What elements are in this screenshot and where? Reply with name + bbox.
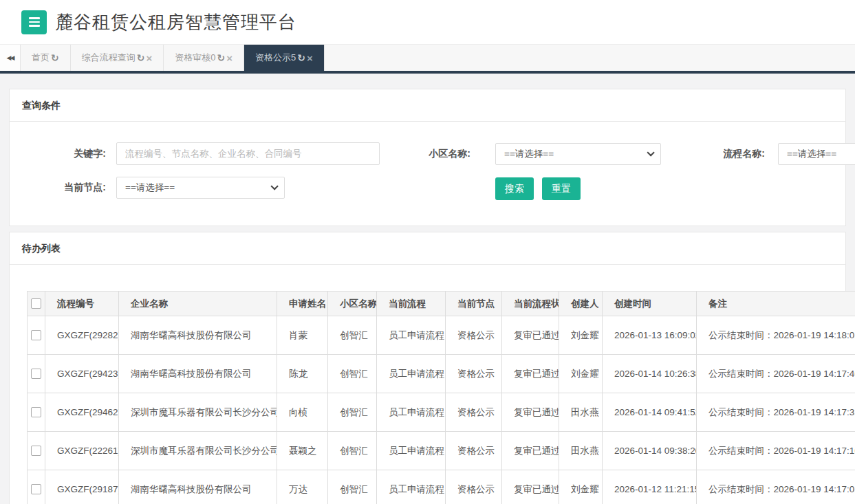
process-status-cell: 复审已通过 <box>502 316 559 355</box>
table-row: GXGZF(29462)深圳市魔耳乐器有限公司长沙分公司向桢创智汇员工申请流程资… <box>28 393 855 432</box>
refresh-icon[interactable]: ↻ <box>297 52 305 63</box>
row-checkbox[interactable] <box>31 330 41 340</box>
row-checkbox[interactable] <box>31 446 41 456</box>
table-row: GXGZF(29282)湖南华曙高科技股份有限公司肖蒙创智汇员工申请流程资格公示… <box>28 316 855 355</box>
refresh-icon[interactable]: ↻ <box>137 52 145 63</box>
column-header-applicant: 申请姓名 <box>277 292 328 316</box>
community-field-group: 小区名称: ==请选择== <box>402 143 661 165</box>
todo-table-wrapper: 流程编号企业名称申请姓名小区名称当前流程当前节点当前流程状态创建人创建时间备注 … <box>10 265 845 504</box>
tab-label: 资格公示5 <box>255 52 296 64</box>
node-field-group: 当前节点: ==请选择== <box>27 177 285 199</box>
current-process-cell: 员工申请流程 <box>377 393 446 432</box>
select-all-cell <box>28 292 45 316</box>
process-status-cell: 复审已通过 <box>502 470 559 504</box>
community-cell: 创智汇 <box>328 316 377 355</box>
tab-1[interactable]: 首页↻ <box>21 45 71 71</box>
column-header-current-process: 当前流程 <box>377 292 446 316</box>
row-checkbox-cell <box>28 355 45 393</box>
process-id-cell: GXGZF(29282) <box>45 316 119 355</box>
close-icon[interactable]: × <box>146 52 152 64</box>
collapse-tabs-button[interactable]: ◀◀ <box>0 45 21 71</box>
create-time-cell: 2026-01-12 11:21:15 <box>603 470 697 504</box>
chevron-down-icon <box>647 149 654 156</box>
select-all-checkbox[interactable] <box>31 298 41 309</box>
create-time-cell: 2026-01-14 10:26:38 <box>603 355 697 393</box>
process-id-cell: GXGZF(29187) <box>45 470 119 504</box>
current-process-cell: 员工申请流程 <box>377 470 446 504</box>
applicant-cell: 肖蒙 <box>277 316 328 355</box>
creator-cell: 刘金耀 <box>559 470 603 504</box>
tab-4[interactable]: 资格公示5↻× <box>244 45 325 71</box>
tab-bar: ◀◀ 首页↻综合流程查询↻×资格审核0↻×资格公示5↻× <box>0 45 855 74</box>
column-header-remark: 备注 <box>697 292 855 316</box>
row-checkbox-cell <box>28 432 45 470</box>
search-button[interactable]: 搜索 <box>495 177 534 200</box>
remark-cell: 公示结束时间：2026-01-19 14:17:01 <box>697 470 855 504</box>
creator-cell: 田水燕 <box>559 432 603 470</box>
row-checkbox-cell <box>28 393 45 432</box>
column-header-process-status: 当前流程状态 <box>502 292 559 316</box>
community-cell: 创智汇 <box>328 470 377 504</box>
tab-2[interactable]: 综合流程查询↻× <box>71 45 164 71</box>
creator-cell: 刘金耀 <box>559 355 603 393</box>
tab-3[interactable]: 资格审核0↻× <box>164 45 244 71</box>
applicant-cell: 陈龙 <box>277 355 328 393</box>
todo-table-body: GXGZF(29282)湖南华曙高科技股份有限公司肖蒙创智汇员工申请流程资格公示… <box>28 316 855 504</box>
create-time-cell: 2026-01-14 09:41:52 <box>603 393 697 432</box>
refresh-icon[interactable]: ↻ <box>51 52 59 63</box>
keyword-input[interactable] <box>116 142 380 165</box>
community-label: 小区名称: <box>402 148 470 160</box>
tab-label: 资格审核0 <box>175 52 215 64</box>
main-content: 查询条件 关键字: 小区名称: ==请选择== 流程名称: ==请选择== <box>0 74 855 504</box>
process-id-cell: GXGZF(22261) <box>45 432 119 470</box>
process-status-cell: 复审已通过 <box>502 432 559 470</box>
creator-cell: 田水燕 <box>559 393 603 432</box>
table-row: GXGZF(29423)湖南华曙高科技股份有限公司陈龙创智汇员工申请流程资格公示… <box>28 355 855 393</box>
current-process-cell: 员工申请流程 <box>377 432 446 470</box>
process-select[interactable]: ==请选择== <box>778 143 855 165</box>
table-row: GXGZF(29187)湖南华曙高科技股份有限公司万达创智汇员工申请流程资格公示… <box>28 470 855 504</box>
row-checkbox[interactable] <box>31 407 41 417</box>
company-cell: 湖南华曙高科技股份有限公司 <box>119 355 277 393</box>
refresh-icon[interactable]: ↻ <box>217 52 225 63</box>
column-header-creator: 创建人 <box>559 292 603 316</box>
company-cell: 深圳市魔耳乐器有限公司长沙分公司 <box>119 432 277 470</box>
community-select[interactable]: ==请选择== <box>495 143 661 165</box>
keyword-field-group: 关键字: <box>27 142 380 165</box>
tab-label: 综合流程查询 <box>82 52 136 64</box>
remark-cell: 公示结束时间：2026-01-19 14:17:31 <box>697 393 855 432</box>
create-time-cell: 2026-01-14 09:38:20 <box>603 432 697 470</box>
process-status-cell: 复审已通过 <box>502 355 559 393</box>
row-checkbox[interactable] <box>31 484 41 494</box>
community-cell: 创智汇 <box>328 355 377 393</box>
current-node-cell: 资格公示 <box>446 355 502 393</box>
column-header-process-id: 流程编号 <box>45 292 119 316</box>
remark-cell: 公示结束时间：2026-01-19 14:18:01 <box>697 316 855 355</box>
process-label: 流程名称: <box>697 148 765 160</box>
column-header-create-time: 创建时间 <box>603 292 697 316</box>
create-time-cell: 2026-01-13 16:09:02 <box>603 316 697 355</box>
close-icon[interactable]: × <box>226 52 232 64</box>
menu-toggle-button[interactable] <box>21 10 47 34</box>
reset-button[interactable]: 重置 <box>542 177 581 200</box>
app-header: 麓谷租赁公租房智慧管理平台 <box>0 0 855 45</box>
node-label: 当前节点: <box>27 182 106 194</box>
company-cell: 湖南华曙高科技股份有限公司 <box>119 470 277 504</box>
current-process-cell: 员工申请流程 <box>377 355 446 393</box>
community-cell: 创智汇 <box>328 432 377 470</box>
community-select-value: ==请选择== <box>504 148 554 160</box>
todo-panel: 待办列表 流程编号企业名称申请姓名小区名称当前流程当前节点当前流程状态创建人创建… <box>9 232 846 504</box>
page-title: 麓谷租赁公租房智慧管理平台 <box>55 10 296 34</box>
node-select[interactable]: ==请选择== <box>116 177 285 199</box>
process-select-value: ==请选择== <box>787 148 836 160</box>
community-cell: 创智汇 <box>328 393 377 432</box>
close-icon[interactable]: × <box>307 52 313 64</box>
hamburger-icon <box>29 21 40 23</box>
query-panel: 查询条件 关键字: 小区名称: ==请选择== 流程名称: ==请选择== <box>9 89 846 226</box>
row-checkbox[interactable] <box>31 369 41 379</box>
row-checkbox-cell <box>28 470 45 504</box>
tab-label: 首页 <box>32 52 50 64</box>
chevron-down-icon <box>270 182 278 190</box>
query-panel-title: 查询条件 <box>10 89 845 122</box>
creator-cell: 刘金耀 <box>559 316 603 355</box>
